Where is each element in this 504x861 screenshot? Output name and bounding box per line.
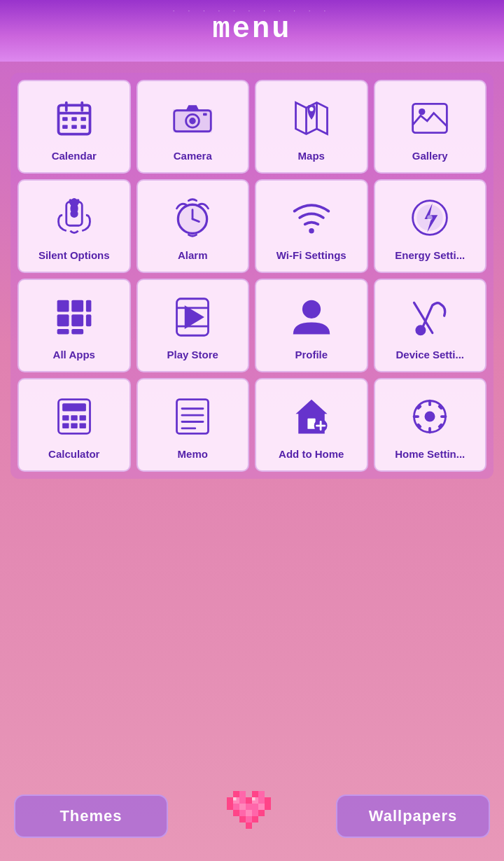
- svg-rect-36: [71, 329, 83, 335]
- svg-rect-49: [79, 415, 85, 421]
- svg-rect-50: [62, 423, 69, 428]
- svg-rect-75: [227, 797, 233, 804]
- home-settings-icon: [405, 392, 454, 441]
- device-settings-icon: [405, 293, 454, 342]
- grid-item-memo[interactable]: Memo: [136, 378, 250, 472]
- svg-rect-65: [413, 415, 419, 418]
- pixel-heart-icon: [224, 788, 280, 844]
- svg-rect-88: [265, 804, 271, 810]
- svg-point-30: [428, 215, 433, 220]
- themes-button[interactable]: Themes: [14, 794, 168, 838]
- calculator-label: Calculator: [48, 448, 99, 461]
- grid-item-device-settings[interactable]: Device Setti...: [374, 279, 487, 372]
- gallery-icon: [405, 94, 454, 143]
- memo-icon: [168, 392, 217, 441]
- svg-rect-64: [428, 427, 431, 433]
- grid-item-profile[interactable]: Profile: [255, 279, 368, 372]
- svg-rect-81: [265, 797, 271, 804]
- grid-item-energy-settings[interactable]: Energy Setti...: [374, 179, 487, 273]
- silent-options-icon: [50, 193, 99, 242]
- svg-point-17: [309, 107, 314, 111]
- svg-rect-38: [86, 314, 92, 326]
- wifi-settings-label: Wi-Fi Settings: [276, 249, 346, 262]
- svg-point-26: [309, 228, 314, 234]
- svg-rect-52: [79, 423, 85, 428]
- svg-rect-78: [246, 797, 252, 804]
- svg-rect-9: [80, 125, 86, 129]
- svg-rect-4: [62, 117, 68, 121]
- svg-rect-7: [62, 125, 68, 129]
- svg-rect-92: [252, 810, 258, 816]
- svg-rect-63: [428, 400, 431, 406]
- svg-rect-34: [71, 314, 83, 326]
- svg-rect-71: [233, 791, 239, 797]
- svg-rect-37: [86, 300, 92, 312]
- svg-rect-80: [258, 797, 265, 804]
- svg-rect-72: [239, 791, 246, 797]
- svg-rect-99: [252, 797, 255, 801]
- add-to-home-label: Add to Home: [279, 448, 344, 461]
- svg-point-42: [302, 300, 321, 318]
- calculator-icon: [50, 392, 99, 441]
- gallery-label: Gallery: [412, 150, 448, 162]
- maps-icon: [287, 94, 336, 143]
- energy-settings-icon: [405, 193, 454, 242]
- alarm-icon: [168, 193, 217, 242]
- svg-rect-83: [233, 804, 239, 810]
- alarm-label: Alarm: [178, 249, 208, 262]
- grid-item-wifi-settings[interactable]: Wi-Fi Settings: [255, 179, 368, 273]
- svg-rect-82: [227, 804, 233, 810]
- camera-label: Camera: [174, 150, 212, 162]
- grid-item-add-to-home[interactable]: Add to Home: [255, 378, 368, 472]
- svg-rect-85: [246, 804, 252, 810]
- svg-rect-13: [203, 113, 207, 116]
- memo-label: Memo: [178, 448, 208, 461]
- add-to-home-icon: [287, 392, 336, 441]
- grid-item-all-apps[interactable]: All Apps: [18, 279, 131, 372]
- svg-rect-86: [252, 804, 258, 810]
- svg-rect-48: [71, 415, 77, 421]
- svg-rect-31: [57, 300, 69, 312]
- svg-rect-46: [62, 403, 86, 411]
- play-store-label: Play Store: [167, 349, 218, 361]
- svg-rect-74: [258, 791, 265, 797]
- maps-label: Maps: [298, 150, 325, 162]
- grid-item-home-settings[interactable]: Home Settin...: [374, 378, 487, 472]
- grid-item-calendar[interactable]: Calendar: [18, 80, 131, 174]
- profile-label: Profile: [295, 349, 328, 361]
- grid-item-maps[interactable]: Maps: [255, 80, 368, 174]
- wallpapers-button[interactable]: Wallpapers: [336, 794, 490, 838]
- svg-rect-97: [246, 822, 252, 829]
- svg-rect-98: [233, 797, 237, 801]
- grid-item-calculator[interactable]: Calculator: [18, 378, 131, 472]
- svg-rect-77: [239, 797, 246, 804]
- svg-rect-35: [57, 329, 69, 335]
- app-grid: Calendar Camera Maps Gallery Silent Opti…: [10, 73, 493, 479]
- svg-rect-90: [239, 810, 246, 816]
- svg-rect-51: [71, 423, 77, 428]
- svg-point-62: [425, 412, 435, 422]
- svg-point-43: [416, 325, 426, 335]
- home-settings-label: Home Settin...: [395, 448, 465, 461]
- svg-rect-95: [246, 816, 252, 822]
- svg-rect-58: [307, 419, 315, 429]
- grid-item-alarm[interactable]: Alarm: [136, 179, 250, 273]
- device-settings-label: Device Setti...: [396, 349, 464, 361]
- svg-rect-94: [239, 816, 246, 822]
- svg-rect-32: [71, 300, 83, 312]
- svg-rect-47: [62, 415, 69, 421]
- svg-point-12: [190, 118, 196, 124]
- calendar-icon: [50, 94, 99, 143]
- play-store-icon: [168, 293, 217, 342]
- grid-item-play-store[interactable]: Play Store: [136, 279, 250, 372]
- energy-settings-label: Energy Setti...: [395, 249, 465, 262]
- grid-item-gallery[interactable]: Gallery: [374, 80, 487, 174]
- app-header: menu: [0, 0, 504, 62]
- svg-rect-89: [233, 810, 239, 816]
- svg-rect-66: [440, 415, 447, 418]
- svg-rect-84: [239, 804, 246, 810]
- grid-item-silent-options[interactable]: Silent Options: [18, 179, 131, 273]
- svg-rect-87: [258, 804, 265, 810]
- svg-rect-8: [71, 125, 77, 129]
- grid-item-camera[interactable]: Camera: [136, 80, 250, 174]
